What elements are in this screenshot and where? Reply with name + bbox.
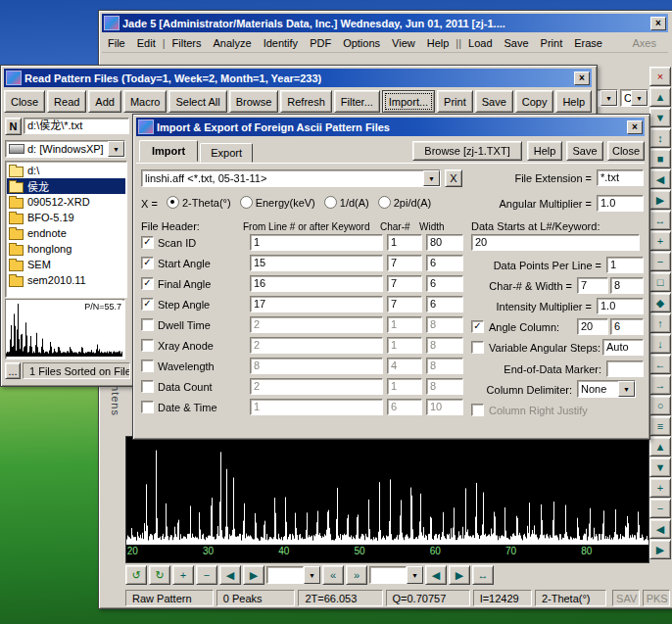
scale-spinner[interactable]: ▼ xyxy=(266,566,320,584)
rp-save-button[interactable]: Save xyxy=(475,90,513,113)
rp-more-button[interactable]: ... xyxy=(5,362,21,379)
step-right-icon[interactable]: ▶ xyxy=(449,565,470,585)
dwell-time-char-field[interactable]: 1 xyxy=(387,316,422,333)
folder-item[interactable]: SEM xyxy=(7,257,125,272)
rp-close-button[interactable]: × xyxy=(574,72,590,85)
radio-1-d-a[interactable]: 1/d(A) xyxy=(324,196,369,209)
last-pattern-icon[interactable]: » xyxy=(346,565,367,585)
xray-anode-width-field[interactable]: 8 xyxy=(426,337,463,354)
angular-multiplier-field[interactable]: 1.0 xyxy=(597,195,644,212)
delimiter-combo[interactable]: None ▼ xyxy=(577,380,636,398)
menu-help[interactable]: Help xyxy=(421,35,456,51)
pan-up-icon[interactable]: ↑ xyxy=(649,313,671,333)
clear-profile-button[interactable]: X xyxy=(445,169,462,187)
redo-zoom-icon[interactable]: ↻ xyxy=(149,565,170,585)
tab-export[interactable]: Export xyxy=(200,143,253,163)
rp-help-button[interactable]: Help xyxy=(555,90,592,113)
date-time-checkbox[interactable] xyxy=(141,401,154,413)
folder-item[interactable]: sem2010.11 xyxy=(7,272,125,288)
right-arrow-icon[interactable]: ▶ xyxy=(649,190,671,210)
data-count-char-field[interactable]: 1 xyxy=(387,378,422,395)
expand-vertical-icon[interactable]: ↕ xyxy=(649,128,671,148)
rp-browse-button[interactable]: Browse xyxy=(229,90,279,113)
folder-item[interactable]: BFO-5.19 xyxy=(7,210,125,225)
rp-titlebar[interactable]: Read Pattern Files (Today=1, Week=2, Mon… xyxy=(4,69,592,87)
anode-combo[interactable]: Cu ▼ xyxy=(620,89,648,107)
save-button[interactable]: Save xyxy=(566,141,603,161)
step-left-icon[interactable]: ◀ xyxy=(425,565,447,585)
page-right-icon[interactable]: ▶ xyxy=(649,540,671,559)
expand-horizontal-icon[interactable]: ↔ xyxy=(649,211,671,230)
menu-pdf[interactable]: PDF xyxy=(304,35,337,51)
rp-refresh-button[interactable]: Refresh xyxy=(280,90,332,113)
rp-macro-button[interactable]: Macro xyxy=(123,90,168,113)
zoom-in-icon[interactable]: + xyxy=(172,565,194,585)
filename-sort-button[interactable]: N xyxy=(5,118,22,135)
final-angle-char-field[interactable]: 7 xyxy=(387,275,422,292)
rp-print-button[interactable]: Print xyxy=(437,90,473,113)
data-starts-field[interactable]: 20 xyxy=(471,234,640,251)
pan-left-icon[interactable]: ◀ xyxy=(219,565,241,585)
menu-options[interactable]: Options xyxy=(337,35,386,51)
left-arrow-icon[interactable]: ◀ xyxy=(649,169,671,189)
date-time-from-field[interactable]: 1 xyxy=(250,399,383,415)
rp-filter-button[interactable]: Filter... xyxy=(334,90,380,113)
wavelength-from-field[interactable]: 8 xyxy=(250,358,383,374)
overlay-icon[interactable]: ≡ xyxy=(649,416,671,436)
scan-id-width-field[interactable]: 80 xyxy=(426,234,463,251)
menu-file[interactable]: File xyxy=(102,35,131,51)
step-angle-char-field[interactable]: 7 xyxy=(387,296,422,312)
start-angle-char-field[interactable]: 7 xyxy=(387,255,422,271)
diamond-icon[interactable]: ◆ xyxy=(649,293,671,312)
offset-spinner[interactable]: ▼ xyxy=(369,566,423,584)
first-pattern-icon[interactable]: « xyxy=(322,565,344,585)
step-angle-checkbox[interactable]: ✓ xyxy=(141,298,154,311)
circle-icon[interactable]: ○ xyxy=(649,396,671,415)
scroll-up-icon[interactable]: ▲ xyxy=(649,437,671,456)
data-count-checkbox[interactable] xyxy=(141,380,154,393)
scan-id-checkbox[interactable]: ✓ xyxy=(141,236,154,249)
intensity-multiplier-field[interactable]: 1.0 xyxy=(597,298,644,314)
final-angle-from-field[interactable]: 16 xyxy=(250,275,383,292)
menu-print[interactable]: Print xyxy=(535,35,569,51)
wavelength-checkbox[interactable] xyxy=(141,360,154,372)
data-count-from-field[interactable]: 2 xyxy=(250,378,383,395)
rp-copy-button[interactable]: Copy xyxy=(515,90,554,113)
end-marker-field[interactable] xyxy=(606,360,644,377)
zoom-in-icon[interactable]: + xyxy=(649,231,671,251)
jade-close-button[interactable]: × xyxy=(650,17,666,30)
radio-energy-kev[interactable]: Energy(keV) xyxy=(240,196,315,209)
scroll-down-icon[interactable]: ▼ xyxy=(649,457,671,477)
menu-axes[interactable]: Axes xyxy=(627,35,662,51)
rp-close-button[interactable]: Close xyxy=(4,90,45,113)
import-titlebar[interactable]: Import & Export of Foreign Ascii Pattern… xyxy=(136,118,645,136)
pan-right-icon[interactable]: → xyxy=(649,375,671,395)
pan-down-icon[interactable]: ↓ xyxy=(649,334,671,354)
radio-2-theta[interactable]: 2-Theta(°) xyxy=(167,196,231,209)
stretch-in-icon[interactable]: + xyxy=(649,478,671,498)
xray-anode-checkbox[interactable] xyxy=(141,339,154,352)
char-width-field[interactable]: 8 xyxy=(610,277,644,294)
menu-analyze[interactable]: Analyze xyxy=(208,35,258,51)
file-extension-field[interactable]: *.txt xyxy=(597,169,644,186)
page-left-icon[interactable]: ◀ xyxy=(649,519,671,539)
variable-steps-field[interactable]: Auto xyxy=(602,339,644,356)
angle-width-field[interactable]: 6 xyxy=(610,318,644,335)
menu-erase[interactable]: Erase xyxy=(568,35,608,51)
folder-item[interactable]: honglong xyxy=(7,241,125,257)
menu-identify[interactable]: Identify xyxy=(258,35,304,51)
final-angle-checkbox[interactable]: ✓ xyxy=(141,277,154,290)
folder-item[interactable]: 090512-XRD xyxy=(7,194,125,210)
profile-combo[interactable]: linshi.aff <*.txt, 05-31-11> ▼ xyxy=(141,169,441,187)
folder-item[interactable]: 侯龙 xyxy=(7,178,125,194)
wavelength-char-field[interactable]: 4 xyxy=(387,358,422,374)
xrd-canvas[interactable] xyxy=(126,437,648,545)
xrd-plot[interactable]: 20304050607080 xyxy=(125,436,649,563)
radio-2pi-d-a[interactable]: 2pi/d(A) xyxy=(378,196,432,209)
start-angle-width-field[interactable]: 6 xyxy=(426,255,463,271)
date-time-char-field[interactable]: 6 xyxy=(387,399,422,415)
char-field[interactable]: 7 xyxy=(577,277,608,294)
step-angle-width-field[interactable]: 6 xyxy=(426,296,463,312)
path-input[interactable]: d:\侯龙\*.txt xyxy=(24,118,129,134)
help-button[interactable]: Help xyxy=(527,141,562,161)
